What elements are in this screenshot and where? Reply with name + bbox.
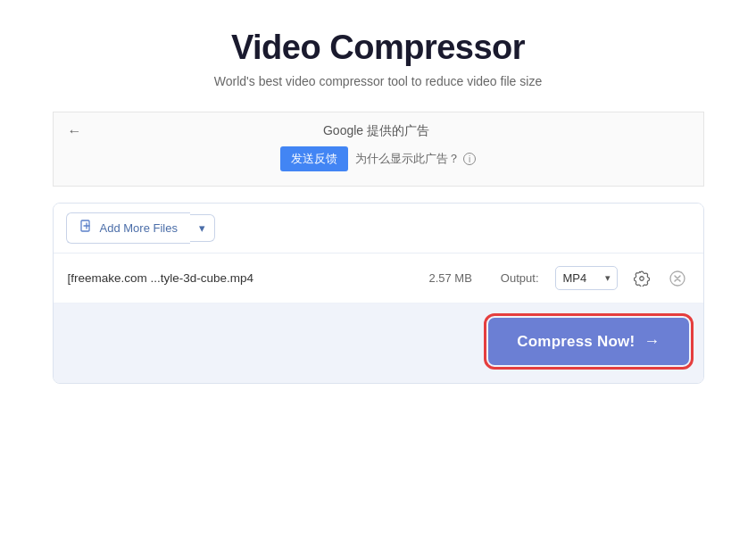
settings-button[interactable] xyxy=(628,267,655,290)
format-select-wrapper[interactable]: MP4 AVI MOV MKV WMV ▾ xyxy=(555,266,618,290)
page-header: Video Compressor World's best video comp… xyxy=(0,0,756,103)
file-name: [freemake.com ...tyle-3d-cube.mp4 xyxy=(68,271,419,285)
dropdown-chevron-icon: ▾ xyxy=(199,221,205,235)
compress-now-button[interactable]: Compress Now! → xyxy=(488,318,688,365)
ad-container: ← Google 提供的广告 发送反馈 为什么显示此广告？ i xyxy=(53,112,704,187)
svg-point-1 xyxy=(639,276,644,280)
ad-back-arrow-icon[interactable]: ← xyxy=(68,123,82,139)
compress-now-label: Compress Now! xyxy=(517,333,635,351)
add-files-icon xyxy=(79,220,94,237)
output-label: Output: xyxy=(501,271,539,285)
format-select-arrow-icon: ▾ xyxy=(599,268,617,288)
remove-file-button[interactable] xyxy=(666,267,689,290)
page-subtitle: World's best video compressor tool to re… xyxy=(18,74,738,88)
tool-container: Add More Files ▾ [freemake.com ...tyle-3… xyxy=(53,203,704,384)
file-row: [freemake.com ...tyle-3d-cube.mp4 2.57 M… xyxy=(54,254,703,303)
toolbar: Add More Files ▾ xyxy=(54,204,703,254)
add-files-dropdown-button[interactable]: ▾ xyxy=(190,214,215,242)
ad-google-label: Google 提供的广告 xyxy=(82,123,671,139)
gear-icon xyxy=(634,270,650,287)
format-select[interactable]: MP4 AVI MOV MKV WMV xyxy=(556,267,599,289)
ad-feedback-button[interactable]: 发送反馈 xyxy=(280,146,348,171)
action-area: Compress Now! → xyxy=(54,303,703,383)
close-icon xyxy=(669,270,685,287)
compress-arrow-icon: → xyxy=(644,332,660,351)
add-files-label: Add More Files xyxy=(100,221,178,235)
add-files-button[interactable]: Add More Files xyxy=(66,212,190,244)
ad-why-text: 为什么显示此广告？ i xyxy=(355,151,476,167)
file-size: 2.57 MB xyxy=(428,271,471,285)
ad-info-icon[interactable]: i xyxy=(463,153,476,165)
page-title: Video Compressor xyxy=(18,29,738,67)
